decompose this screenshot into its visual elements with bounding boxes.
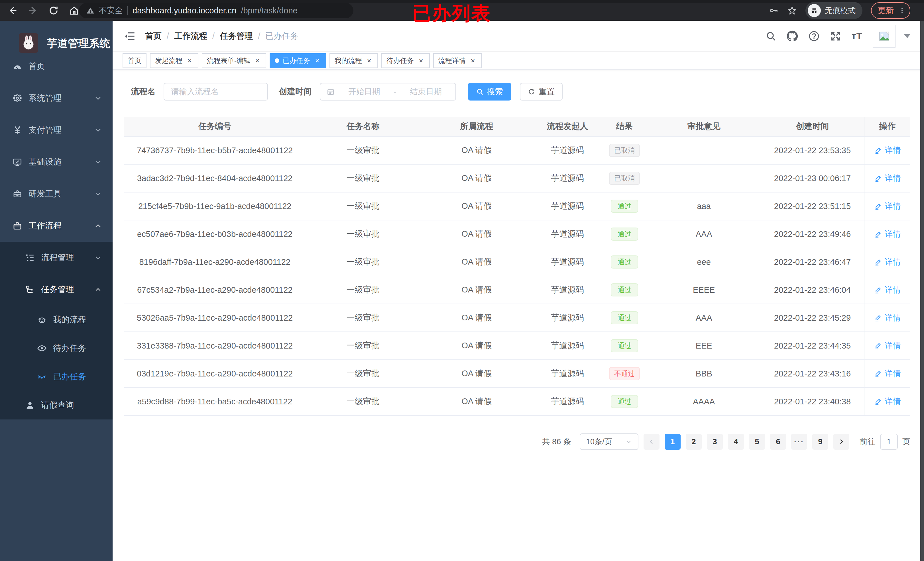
page-size-select[interactable]: 10条/页 [580,434,638,450]
detail-link[interactable]: 详情 [874,257,901,268]
page-button-5[interactable]: 5 [749,434,765,450]
table-cell: AAA [647,220,761,248]
browser-home-icon[interactable] [68,4,80,17]
fullscreen-icon[interactable] [830,30,842,42]
close-icon[interactable]: × [254,57,261,64]
close-icon[interactable]: × [365,57,373,64]
sidebar-item-done-task[interactable]: 已办任务 [0,362,112,391]
table-cell: 详情 [864,193,910,220]
browser-update-button[interactable]: 更新 [871,2,910,19]
sidebar-item-leave-query[interactable]: 请假查询 [0,391,112,419]
sidebar-item-my-process[interactable]: 我的流程 [0,305,112,334]
page-button-6[interactable]: 6 [770,434,786,450]
search-button-icon [476,88,484,96]
dashboard-icon [12,61,22,71]
date-range-input[interactable]: 开始日期 - 结束日期 [320,83,456,100]
detail-link[interactable]: 详情 [874,368,901,379]
browser-reload-icon[interactable] [47,4,60,17]
search-icon[interactable] [765,31,776,42]
next-page-button[interactable] [833,434,849,450]
close-icon[interactable]: × [417,57,424,64]
detail-link[interactable]: 详情 [874,340,901,351]
page-button-4[interactable]: 4 [728,434,744,450]
table-row: 53026aa5-7b9a-11ec-a290-acde48001122一级审批… [124,304,910,332]
table-cell: 2022-01-22 23:45:29 [761,304,864,332]
tab-todo-task[interactable]: 待办任务× [381,53,430,68]
tab-form-edit[interactable]: 流程表单-编辑× [202,53,266,68]
scrollbar[interactable] [920,21,924,561]
table-cell: 2022-01-22 23:53:35 [761,137,864,164]
sidebar-collapse-icon[interactable] [124,30,135,42]
prev-page-button[interactable] [644,434,660,450]
sidebar-item-devtools[interactable]: 研发工具 [0,178,112,210]
result-badge: 通过 [611,200,638,213]
table-cell: 74736737-7b9b-11ec-b5b7-acde48001122 [124,137,306,164]
table-cell: 详情 [864,220,910,248]
close-icon[interactable]: × [186,57,193,64]
table-cell: a59c9d88-7b99-11ec-ba5c-acde48001122 [124,388,306,415]
table-cell: 通过 [602,193,646,220]
tab-home[interactable]: 首页 [123,53,147,68]
sidebar-item-payment[interactable]: 支付管理 [0,114,112,146]
detail-link[interactable]: 详情 [874,284,901,295]
jump-page-input[interactable] [880,434,898,450]
avatar[interactable] [873,25,896,48]
sidebar-item-task-mgmt[interactable]: 任务管理 [0,274,112,305]
detail-link[interactable]: 详情 [874,396,901,407]
breadcrumb-item[interactable]: 首页 [145,30,162,42]
process-name-input[interactable] [164,83,268,100]
detail-link[interactable]: 详情 [874,313,901,323]
table-cell: 2022-01-22 23:51:15 [761,193,864,220]
edit-icon [874,174,882,182]
reset-button[interactable]: 重置 [520,83,562,100]
detail-link[interactable]: 详情 [874,229,901,239]
table-row: 215cf4e5-7b9b-11ec-9a1b-acde48001122一级审批… [124,193,910,220]
page-content: 流程名 创建时间 开始日期 - 结束日期 搜索 重置 [112,70,924,561]
detail-link[interactable]: 详情 [874,145,901,156]
sidebar-item-system[interactable]: 系统管理 [0,82,112,114]
help-icon[interactable] [808,30,820,42]
tab-my-process[interactable]: 我的流程× [330,53,378,68]
page-more-button[interactable]: ··· [791,434,807,450]
detail-link[interactable]: 详情 [874,173,901,184]
detail-link[interactable]: 详情 [874,201,901,212]
github-icon[interactable] [787,30,798,42]
tab-done-task[interactable]: 已办任务× [270,53,326,68]
close-icon[interactable]: × [469,57,477,64]
page-button-3[interactable]: 3 [707,434,723,450]
reset-button-label: 重置 [538,86,555,97]
breadcrumb-separator: / [258,31,260,41]
sidebar-item-label: 支付管理 [28,124,62,136]
browser-menu-icon[interactable] [898,7,906,14]
sidebar-item-home[interactable]: 首页 [0,51,112,82]
font-size-icon[interactable]: тT [852,31,862,42]
bookmark-star-icon[interactable] [787,6,797,15]
sidebar-root-menu: 首页系统管理支付管理基础设施研发工具工作流程 [0,51,112,242]
page-button-1[interactable]: 1 [664,434,681,450]
result-badge: 通过 [611,395,638,408]
sidebar-item-process-mgmt[interactable]: 流程管理 [0,242,112,274]
sidebar-item-workflow[interactable]: 工作流程 [0,210,112,242]
browser-forward-icon[interactable] [27,4,39,17]
sidebar-submenu: 流程管理任务管理我的流程待办任务已办任务请假查询 [0,242,112,419]
detail-label: 详情 [885,340,901,351]
tab-process-detail[interactable]: 流程详情× [433,53,482,68]
search-button[interactable]: 搜索 [468,83,511,100]
breadcrumb-current: 已办任务 [266,30,298,42]
breadcrumb-item[interactable]: 工作流程 [174,30,207,42]
address-bar[interactable]: 不安全 dashboard.yudao.iocoder.cn/bpm/task/… [79,3,353,18]
page-button-9[interactable]: 9 [812,434,828,450]
breadcrumb-item[interactable]: 任务管理 [220,30,253,42]
sidebar: 芋道管理系统 首页系统管理支付管理基础设施研发工具工作流程 流程管理任务管理我的… [0,21,112,561]
browser-back-icon[interactable] [6,4,19,17]
key-icon[interactable] [769,6,778,15]
sidebar-item-infra[interactable]: 基础设施 [0,146,112,178]
table-cell: 不通过 [602,360,646,387]
gear-icon [12,93,22,103]
sidebar-item-todo-task[interactable]: 待办任务 [0,334,112,362]
avatar-caret-icon[interactable] [904,34,910,38]
task-table: 任务编号任务名称所属流程流程发起人结果审批意见创建时间操作 74736737-7… [124,117,910,416]
tab-start-process[interactable]: 发起流程× [150,53,198,68]
close-icon[interactable]: × [314,57,321,64]
page-button-2[interactable]: 2 [686,434,702,450]
